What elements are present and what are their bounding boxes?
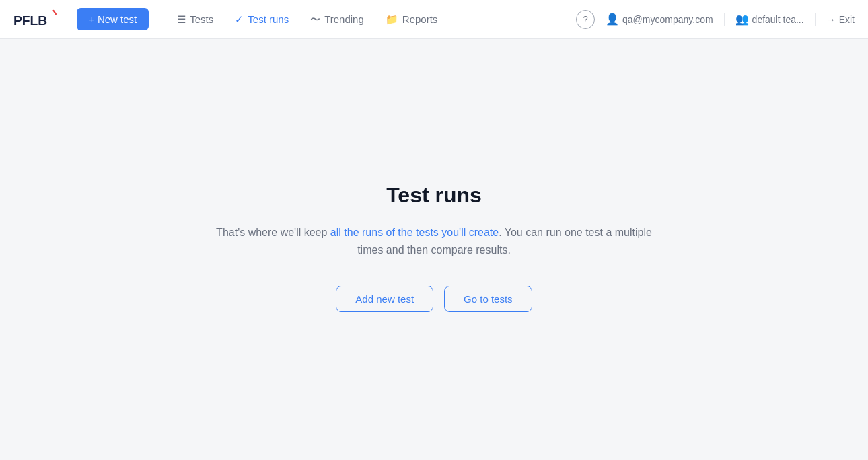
action-buttons: Add new test Go to tests <box>336 286 532 312</box>
header-divider-2 <box>815 13 816 26</box>
trending-icon: 〜 <box>310 14 320 24</box>
test-runs-icon: ✓ <box>235 14 244 24</box>
new-test-button[interactable]: + New test <box>77 8 149 30</box>
team-name-label: default tea... <box>752 14 804 25</box>
nav-label-tests: Tests <box>190 13 213 25</box>
nav-label-reports: Reports <box>402 13 438 25</box>
go-to-tests-button[interactable]: Go to tests <box>444 286 532 312</box>
header-right: ? 👤 qa@mycompany.com 👥 default tea... → … <box>576 10 855 29</box>
nav-item-test-runs[interactable]: ✓ Test runs <box>225 9 298 29</box>
description-part1: That's where we'll keep <box>216 227 330 238</box>
add-new-test-button[interactable]: Add new test <box>336 286 433 312</box>
header-divider <box>724 13 725 26</box>
team-icon: 👥 <box>735 13 749 26</box>
help-button[interactable]: ? <box>576 10 595 29</box>
page-description: That's where we'll keep all the runs of … <box>205 224 663 258</box>
tests-icon: ☰ <box>177 14 186 24</box>
nav-item-reports[interactable]: 📁 Reports <box>376 9 447 29</box>
user-email-item[interactable]: 👤 qa@mycompany.com <box>606 13 713 26</box>
logo[interactable]: PFLB <box>13 7 61 32</box>
user-email-label: qa@mycompany.com <box>622 14 713 25</box>
nav-label-test-runs: Test runs <box>248 13 289 25</box>
nav-label-trending: Trending <box>324 13 364 25</box>
user-icon: 👤 <box>606 13 619 26</box>
reports-icon: 📁 <box>386 14 398 24</box>
exit-arrow-icon: → <box>826 14 836 25</box>
exit-label: Exit <box>839 14 855 25</box>
team-name-item[interactable]: 👥 default tea... <box>735 13 804 26</box>
exit-item[interactable]: → Exit <box>826 14 855 25</box>
main-content: Test runs That's where we'll keep all th… <box>0 39 868 456</box>
svg-line-1 <box>54 10 57 13</box>
nav-item-trending[interactable]: 〜 Trending <box>301 9 373 29</box>
page-title: Test runs <box>386 183 482 208</box>
description-highlight: all the runs of the tests you'll create <box>330 227 499 238</box>
svg-text:PFLB: PFLB <box>13 13 47 27</box>
nav-item-tests[interactable]: ☰ Tests <box>168 9 223 29</box>
main-nav: ☰ Tests ✓ Test runs 〜 Trending 📁 Reports <box>168 9 571 29</box>
